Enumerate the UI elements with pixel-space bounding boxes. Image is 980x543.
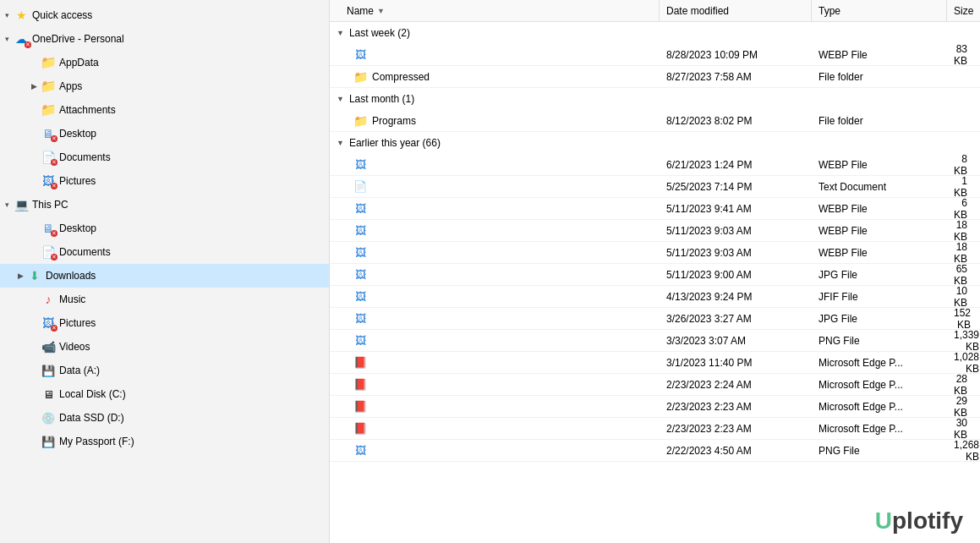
table-row[interactable]: 📄 5/25/2023 7:14 PM Text Document 1 KB xyxy=(330,176,980,198)
group-header-1[interactable]: ▼Last month (1) xyxy=(330,88,980,110)
expand-downloads[interactable]: ▶ xyxy=(14,269,27,282)
file-type-cell: Text Document xyxy=(812,181,947,193)
expand-appdata[interactable] xyxy=(27,56,41,69)
expand-data-a[interactable] xyxy=(27,364,41,377)
table-row[interactable]: 📁 Compressed 8/27/2023 7:58 AM File fold… xyxy=(330,66,980,88)
sidebar-item-attachments[interactable]: 📁 Attachments xyxy=(0,98,329,122)
expand-pictures-pc[interactable] xyxy=(27,316,41,330)
sidebar-item-pictures-pc[interactable]: 🖼 ✕ Pictures xyxy=(0,311,329,335)
expand-local-c[interactable] xyxy=(27,387,41,401)
table-row[interactable]: 📕 3/1/2023 11:40 PM Microsoft Edge P... … xyxy=(330,352,980,374)
file-type-icon: 📁 xyxy=(353,70,367,84)
file-type-cell: Microsoft Edge P... xyxy=(812,357,947,369)
table-row[interactable]: 🖼 3/26/2023 3:27 AM JPG File 152 KB xyxy=(330,308,980,330)
sidebar-item-data-a[interactable]: 💾 Data (A:) xyxy=(0,359,329,382)
expand-quick-access[interactable]: ▾ xyxy=(0,8,14,22)
sidebar-item-videos[interactable]: 📹 Videos xyxy=(0,335,329,359)
expand-passport-f[interactable] xyxy=(27,435,41,448)
group-chevron-0: ▼ xyxy=(337,29,344,37)
cloud-icon: ☁ ✕ xyxy=(14,31,29,47)
sidebar-label-documents-od: Documents xyxy=(59,151,111,163)
file-type-cell: File folder xyxy=(812,71,947,83)
file-name-cell: 🖼 xyxy=(330,444,660,458)
file-date-cell: 2/22/2023 4:50 AM xyxy=(660,445,812,457)
expand-data-ssd-d[interactable] xyxy=(27,411,41,425)
file-type-cell: Microsoft Edge P... xyxy=(812,379,947,391)
expand-videos[interactable] xyxy=(27,340,41,354)
file-type-icon: 🖼 xyxy=(353,246,367,260)
table-row[interactable]: 🖼 4/13/2023 9:24 PM JFIF File 10 KB xyxy=(330,286,980,308)
table-row[interactable]: 🖼 2/22/2023 4:50 AM PNG File 1,268 KB xyxy=(330,440,980,462)
expand-documents-od[interactable] xyxy=(27,151,41,164)
file-type-cell: File folder xyxy=(812,115,947,127)
sidebar-item-quick-access[interactable]: ▾ ★ Quick access xyxy=(0,3,329,27)
file-size-cell: 83 KB xyxy=(947,43,980,67)
sidebar-item-music[interactable]: ♪ Music xyxy=(0,288,329,311)
column-size[interactable]: Size xyxy=(947,0,980,21)
expand-music[interactable] xyxy=(27,293,41,306)
sidebar-item-documents-pc[interactable]: 📄 ✕ Documents xyxy=(0,240,329,264)
expand-desktop-od[interactable] xyxy=(27,127,41,140)
sidebar-item-appdata[interactable]: 📁 AppData xyxy=(0,51,329,74)
sort-arrow-icon: ▼ xyxy=(377,7,385,15)
sidebar-item-documents-od[interactable]: 📄 ✕ Documents xyxy=(0,145,329,169)
file-size-cell: 65 KB xyxy=(947,263,980,287)
sidebar-item-apps[interactable]: ▶ 📁 Apps xyxy=(0,74,329,98)
file-type-icon: 🖼 xyxy=(353,444,367,458)
file-type-icon: 🖼 xyxy=(353,268,367,282)
sidebar-item-onedrive[interactable]: ▾ ☁ ✕ OneDrive - Personal xyxy=(0,27,329,51)
sidebar-item-downloads[interactable]: ▶ ⬇ Downloads xyxy=(0,264,329,288)
table-row[interactable]: 📕 2/23/2023 2:24 AM Microsoft Edge P... … xyxy=(330,374,980,396)
table-row[interactable]: 🖼 8/28/2023 10:09 PM WEBP File 83 KB xyxy=(330,44,980,66)
sidebar-item-local-c[interactable]: 🖥 Local Disk (C:) xyxy=(0,382,329,406)
file-size-cell: 29 KB xyxy=(947,395,980,419)
sidebar-label-desktop-pc: Desktop xyxy=(59,222,96,234)
sidebar-item-desktop-od[interactable]: 🖥 ✕ Desktop xyxy=(0,122,329,145)
group-header-0[interactable]: ▼Last week (2) xyxy=(330,22,980,44)
table-row[interactable]: 📕 2/23/2023 2:23 AM Microsoft Edge P... … xyxy=(330,396,980,418)
file-name-cell: 📕 xyxy=(330,400,660,414)
file-size-cell: 10 KB xyxy=(947,285,980,309)
table-row[interactable]: 📁 Programs 8/12/2023 8:02 PM File folder xyxy=(330,110,980,132)
sidebar-label-local-c: Local Disk (C:) xyxy=(59,388,126,400)
expand-onedrive[interactable]: ▾ xyxy=(0,32,14,46)
sidebar-label-this-pc: This PC xyxy=(32,199,68,211)
file-size-cell: 28 KB xyxy=(947,373,980,397)
file-date-cell: 3/26/2023 3:27 AM xyxy=(660,313,812,325)
sidebar-item-data-ssd-d[interactable]: 💿 Data SSD (D:) xyxy=(0,406,329,430)
table-row[interactable]: 🖼 5/11/2023 9:41 AM WEBP File 6 KB xyxy=(330,198,980,220)
file-type-icon: 📕 xyxy=(353,356,367,370)
file-size-cell: 18 KB xyxy=(947,241,980,265)
file-type-icon: 🖼 xyxy=(353,202,367,216)
expand-desktop-pc[interactable] xyxy=(27,222,41,235)
sidebar-item-passport-f[interactable]: 💾 My Passport (F:) xyxy=(0,430,329,453)
drive-a-icon: 💾 xyxy=(41,363,56,378)
expand-attachments[interactable] xyxy=(27,103,41,117)
column-date[interactable]: Date modified xyxy=(660,0,812,21)
file-type-icon: 📕 xyxy=(353,378,367,392)
file-date-cell: 2/23/2023 2:23 AM xyxy=(660,423,812,435)
table-row[interactable]: 📕 2/23/2023 2:23 AM Microsoft Edge P... … xyxy=(330,418,980,440)
file-name-cell: 🖼 xyxy=(330,246,660,260)
table-row[interactable]: 🖼 5/11/2023 9:00 AM JPG File 65 KB xyxy=(330,264,980,286)
expand-apps[interactable]: ▶ xyxy=(27,80,41,93)
table-row[interactable]: 🖼 5/11/2023 9:03 AM WEBP File 18 KB xyxy=(330,242,980,264)
folder-desktop-pc-icon: 🖥 ✕ xyxy=(41,221,56,236)
file-name-label: Compressed xyxy=(372,71,430,83)
column-name[interactable]: Name ▼ xyxy=(330,0,660,21)
table-row[interactable]: 🖼 3/3/2023 3:07 AM PNG File 1,339 KB xyxy=(330,330,980,352)
expand-pictures-od[interactable] xyxy=(27,174,41,188)
table-row[interactable]: 🖼 5/11/2023 9:03 AM WEBP File 18 KB xyxy=(330,220,980,242)
sidebar-item-pictures-od[interactable]: 🖼 ✕ Pictures xyxy=(0,169,329,193)
column-type[interactable]: Type xyxy=(812,0,947,21)
sidebar-item-desktop-pc[interactable]: 🖥 ✕ Desktop xyxy=(0,217,329,240)
expand-documents-pc[interactable] xyxy=(27,245,41,259)
expand-this-pc[interactable]: ▾ xyxy=(0,198,14,211)
sidebar-item-this-pc[interactable]: ▾ 💻 This PC xyxy=(0,193,329,217)
sidebar: ▾ ★ Quick access ▾ ☁ ✕ OneDrive - Person… xyxy=(0,0,330,543)
group-header-2[interactable]: ▼Earlier this year (66) xyxy=(330,132,980,154)
file-date-cell: 8/27/2023 7:58 AM xyxy=(660,71,812,83)
file-type-cell: JPG File xyxy=(812,313,947,325)
table-row[interactable]: 🖼 6/21/2023 1:24 PM WEBP File 8 KB xyxy=(330,154,980,176)
file-size-cell: 8 KB xyxy=(947,153,980,177)
